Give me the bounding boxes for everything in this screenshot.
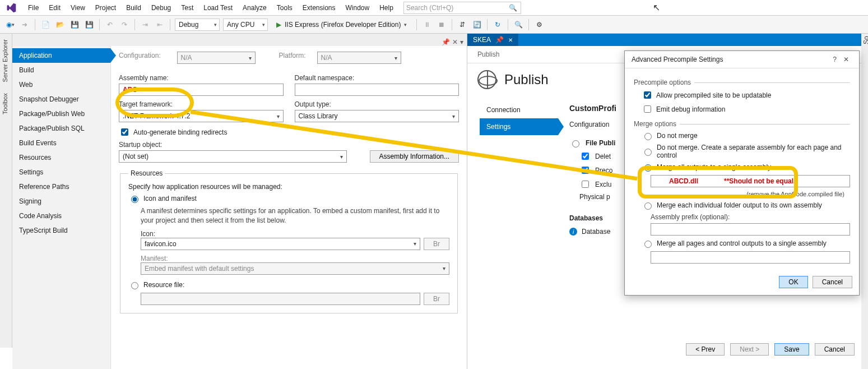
nav-web[interactable]: Web [12, 77, 110, 92]
vs-logo-icon [4, 1, 18, 15]
refresh-icon[interactable]: 🔄 [471, 19, 482, 30]
pin-icon[interactable]: 📌 [495, 36, 504, 44]
exclu-check[interactable] [582, 181, 589, 188]
cancel-button[interactable]: Cancel [815, 343, 855, 356]
nav-snapshot-debugger[interactable]: Snapshot Debugger [12, 92, 110, 107]
autogen-redirects-checkbox[interactable] [121, 128, 128, 136]
target-framework-combo[interactable]: .NET Framework 4.7.2 [119, 110, 284, 122]
emit-debug-check[interactable] [644, 105, 651, 113]
nav-signing[interactable]: Signing [12, 194, 110, 209]
menu-window[interactable]: Window [341, 2, 374, 14]
icon-combo[interactable]: favicon.ico [141, 238, 420, 250]
menu-tools[interactable]: Tools [272, 2, 297, 14]
customize-icon[interactable]: ⚙ [533, 19, 545, 30]
back-nav-button[interactable]: ◉ [4, 19, 16, 30]
nav-package-publish-web[interactable]: Package/Publish Web [12, 107, 110, 121]
ok-button[interactable]: OK [779, 276, 807, 288]
startup-object-combo[interactable]: (Not set) [119, 150, 347, 163]
open-file-button[interactable]: 📂 [54, 19, 66, 30]
resources-legend: Resources [128, 169, 165, 177]
icon-manifest-radio-row[interactable]: Icon and manifest [128, 194, 449, 203]
close-icon[interactable]: ✕ [508, 37, 513, 43]
menu-edit[interactable]: Edit [44, 2, 65, 14]
sync-icon[interactable]: ↻ [492, 19, 503, 30]
nav-build-events[interactable]: Build Events [12, 136, 110, 150]
assembly-prefix-input[interactable] [651, 223, 850, 236]
solution-platform-combo[interactable]: Any CPU [223, 19, 268, 31]
nav-build[interactable]: Build [12, 63, 110, 77]
merge-assembly-input[interactable]: ABCD.dll **Should not be equal. [651, 175, 850, 187]
menu-loadtest[interactable]: Load Test [199, 2, 237, 14]
publish-nav-connection[interactable]: Connection [480, 102, 558, 118]
merge-pages-radio[interactable] [644, 241, 652, 248]
nav-settings[interactable]: Settings [12, 165, 110, 179]
server-explorer-tab[interactable]: Server Explorer [0, 34, 10, 87]
menu-extensions[interactable]: Extensions [298, 2, 340, 14]
merge-folder-radio[interactable] [644, 202, 652, 210]
assembly-name-input[interactable]: ABC [119, 84, 284, 96]
save-button[interactable]: 💾 [69, 19, 80, 30]
default-namespace-input[interactable] [295, 84, 459, 96]
icon-manifest-radio[interactable] [131, 196, 138, 203]
delete-check[interactable] [582, 153, 589, 160]
preco-check[interactable] [582, 167, 589, 174]
start-debugging-button[interactable]: ▶ IIS Express (Firefox Developer Edition… [271, 19, 412, 31]
menu-debug[interactable]: Debug [147, 2, 175, 14]
nav-resources[interactable]: Resources [12, 150, 110, 165]
nav-typescript-build[interactable]: TypeScript Build [12, 223, 110, 238]
quick-launch-search[interactable]: Search (Ctrl+Q) 🔍 [403, 2, 521, 14]
menu-build[interactable]: Build [122, 2, 146, 14]
indent-button[interactable]: ⇥ [140, 19, 151, 30]
browser-link-icon[interactable]: ⇵ [457, 19, 468, 30]
physical-path-label: Physical p [579, 193, 610, 201]
resource-file-radio[interactable] [131, 282, 138, 289]
outdent-button[interactable]: ⇤ [154, 19, 165, 30]
menu-view[interactable]: View [66, 2, 90, 14]
icon-browse-button[interactable]: Br [424, 238, 449, 250]
nav-code-analysis[interactable]: Code Analysis [12, 209, 110, 223]
allow-updatable-check[interactable] [644, 91, 651, 99]
resource-file-radio-row[interactable]: Resource file: [128, 280, 449, 289]
prev-button[interactable]: < Prev [686, 343, 725, 356]
save-all-button[interactable]: 💾 [83, 19, 95, 30]
merge-separate-radio[interactable] [644, 149, 652, 156]
menu-test[interactable]: Test [177, 2, 198, 14]
output-type-combo[interactable]: Class Library [295, 110, 459, 122]
help-icon[interactable]: ? [829, 56, 840, 63]
save-button[interactable]: Save [774, 343, 809, 356]
nav-application[interactable]: Application [12, 48, 110, 63]
cancel-button[interactable]: Cancel [813, 276, 852, 288]
publish-nav-settings[interactable]: Settings [480, 118, 558, 135]
menu-analyze[interactable]: Analyze [238, 2, 271, 14]
publish-nav: Connection Settings [480, 102, 558, 239]
new-project-button[interactable]: 📄 [40, 19, 51, 30]
globe-icon [477, 70, 496, 89]
merge-pages-input[interactable] [651, 251, 850, 264]
nav-reference-paths[interactable]: Reference Paths [12, 179, 110, 194]
solution-config-combo[interactable]: Debug [175, 19, 220, 31]
merge-single-radio[interactable] [644, 164, 652, 172]
pin-icon[interactable]: 📌 [442, 38, 450, 46]
redo-button[interactable]: ↷ [119, 19, 130, 30]
doc-tab-skea[interactable]: SKEA 📌 ✕ [467, 34, 518, 46]
toolbox-tab[interactable]: Toolbox [0, 87, 10, 120]
file-publish-radio[interactable] [572, 140, 579, 147]
undo-button[interactable]: ↶ [104, 19, 115, 30]
close-icon[interactable]: ✕ [840, 56, 852, 63]
info-icon: i [569, 228, 577, 236]
menu-project[interactable]: Project [91, 2, 120, 14]
merge-none-radio[interactable] [644, 133, 652, 140]
nav-package-publish-sql[interactable]: Package/Publish SQL [12, 121, 110, 136]
databases-heading: Databases [569, 214, 603, 222]
dropdown-icon[interactable]: ▾ [460, 38, 463, 46]
menu-file[interactable]: File [24, 2, 43, 14]
find-in-files-icon[interactable]: 🔍 [513, 19, 524, 30]
solution-explorer-tab[interactable]: So [861, 34, 868, 369]
autogen-redirects-check[interactable]: Auto-generate binding redirects [119, 127, 459, 137]
assembly-information-button[interactable]: Assembly Information... [370, 150, 459, 163]
close-icon[interactable]: ✕ [452, 38, 458, 46]
pause-icon[interactable]: ⏸ [421, 19, 433, 30]
menu-help[interactable]: Help [375, 2, 398, 14]
stop-icon[interactable]: ⏹ [436, 19, 447, 30]
forward-nav-button[interactable]: ➜ [19, 19, 30, 30]
